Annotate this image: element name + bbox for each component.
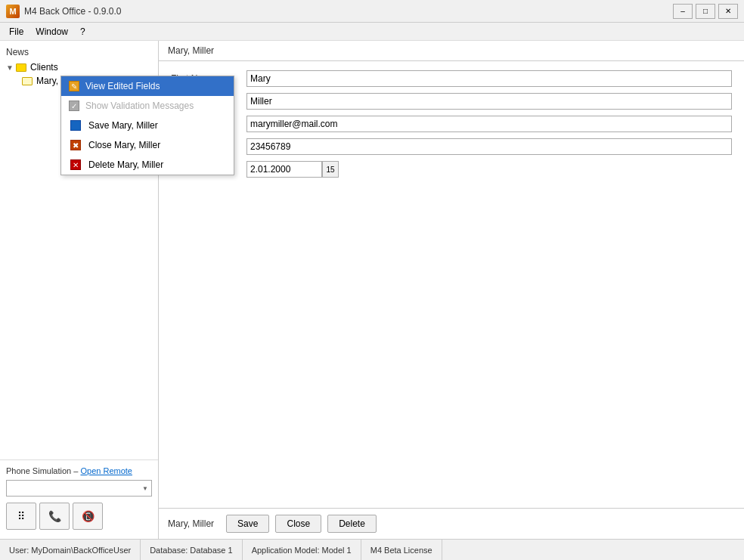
last-name-input[interactable] [246, 93, 732, 110]
last-name-row [171, 93, 732, 110]
close-button[interactable]: ✕ [718, 4, 738, 19]
status-user: User: MyDomain\BackOfficeUser [0, 540, 141, 560]
menu-window[interactable]: Window [29, 25, 74, 39]
phone-row [171, 138, 732, 155]
view-edited-icon: ✎ [69, 81, 79, 91]
delete-record-button[interactable]: Delete [327, 515, 377, 533]
open-remote-link[interactable]: Open Remote [80, 466, 132, 475]
email-input[interactable] [246, 116, 732, 132]
phone-buttons: ⠿ 📞 📵 [6, 503, 152, 530]
window-controls: – □ ✕ [673, 4, 738, 19]
menu-help[interactable]: ? [74, 25, 91, 39]
save-icon [69, 119, 82, 132]
validate-icon: ✓ [69, 101, 79, 111]
first-name-input[interactable] [246, 70, 732, 87]
phone-reject-button[interactable]: 📵 [73, 503, 103, 530]
app-title: M4 Back Office - 0.9.0.0 [24, 6, 673, 17]
close-icon: ✖ [69, 138, 82, 152]
date-picker-button[interactable]: 15 [322, 161, 339, 178]
sidebar-item-news[interactable]: News [0, 44, 158, 60]
m-logo-icon: M [6, 5, 20, 18]
content-bottom-bar: Mary, Miller Save Close Delete [159, 508, 744, 539]
phone-sim-label: Phone Simulation – Open Remote [6, 466, 152, 475]
folder-icon [15, 62, 27, 73]
phone-dial-button[interactable]: ⠿ [6, 503, 36, 530]
ctx-save[interactable]: Save Mary, Miller [61, 116, 234, 135]
record-label: Mary, Miller [168, 518, 214, 529]
tree-arrow-icon: ▼ [6, 63, 15, 72]
maximize-button[interactable]: □ [696, 4, 715, 19]
phone-dropdown[interactable]: ▼ [6, 480, 152, 497]
save-record-button[interactable]: Save [226, 515, 269, 533]
ctx-close-label: Close Mary, Miller [88, 140, 160, 150]
ctx-view-edited-fields[interactable]: ✎ View Edited Fields [61, 76, 234, 96]
sidebar-item-clients[interactable]: ▼ Clients [0, 60, 158, 74]
first-name-row: First Name [171, 70, 732, 87]
ctx-show-validation-label: Show Validation Messages [85, 101, 194, 111]
date-row: 15 [171, 161, 732, 178]
form-area: First Name 15 [159, 61, 744, 508]
content-tab: Mary, Miller [159, 41, 744, 61]
title-bar: M M4 Back Office - 0.9.0.0 – □ ✕ [0, 0, 744, 23]
phone-input[interactable] [246, 138, 732, 155]
menu-bar: File Window ? [0, 23, 744, 41]
phone-accept-button[interactable]: 📞 [39, 503, 70, 530]
date-input[interactable] [246, 161, 322, 178]
status-database: Database: Database 1 [141, 540, 242, 560]
ctx-view-edited-label: View Edited Fields [85, 81, 160, 91]
status-app-model: Application Model: Model 1 [243, 540, 361, 560]
ctx-save-label: Save Mary, Miller [88, 120, 158, 131]
minimize-button[interactable]: – [673, 4, 693, 19]
app-logo: M [6, 5, 20, 18]
ctx-close[interactable]: ✖ Close Mary, Miller [61, 135, 234, 155]
email-row [171, 116, 732, 132]
context-menu: ✎ View Edited Fields ✓ Show Validation M… [60, 76, 234, 175]
status-license: M4 Beta License [361, 540, 442, 560]
phone-dropdown-arrow-icon: ▼ [142, 485, 148, 492]
content-area: Mary, Miller First Name 15 [159, 41, 744, 539]
menu-file[interactable]: File [3, 25, 29, 39]
ctx-delete-label: Delete Mary, Miller [88, 159, 163, 170]
ctx-delete[interactable]: ✕ Delete Mary, Miller [61, 155, 234, 175]
ctx-show-validation: ✓ Show Validation Messages [61, 96, 234, 116]
status-bar: User: MyDomain\BackOfficeUser Database: … [0, 539, 744, 560]
phone-simulation-panel: Phone Simulation – Open Remote ▼ ⠿ 📞 📵 [0, 459, 158, 536]
delete-icon: ✕ [69, 158, 82, 172]
sidebar-clients-label: Clients [30, 62, 58, 73]
close-record-button[interactable]: Close [275, 515, 321, 533]
client-folder-icon [21, 76, 33, 86]
